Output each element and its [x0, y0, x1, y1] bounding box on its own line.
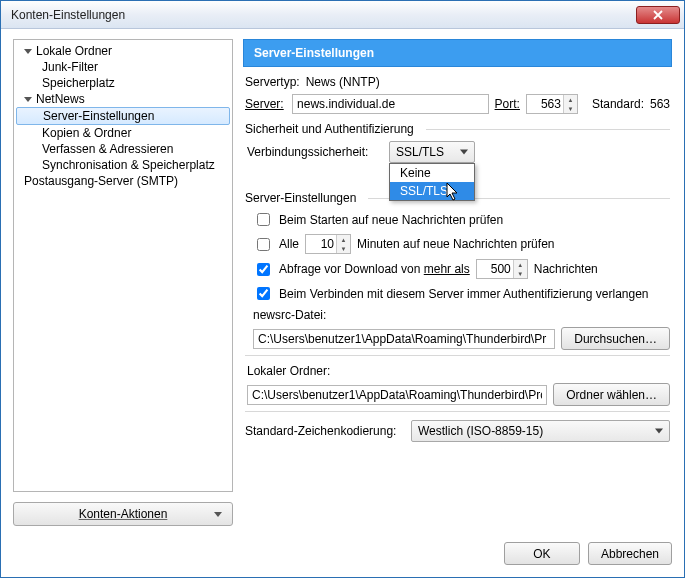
check-interval-checkbox[interactable]	[257, 238, 270, 251]
choose-folder-button[interactable]: Ordner wählen…	[553, 383, 670, 406]
cursor-icon	[446, 182, 460, 202]
account-settings-window: Konten-Einstellungen Lokale Ordner Junk-…	[0, 0, 685, 578]
port-spinner[interactable]: ▲▼	[563, 95, 577, 113]
encoding-combo[interactable]: Westlich (ISO-8859-15)	[411, 420, 670, 442]
tree-item-copies[interactable]: Kopien & Ordner	[14, 125, 232, 141]
account-actions-button[interactable]: Konten-Aktionen	[13, 502, 233, 526]
panel-body: Servertyp: News (NNTP) Server: Port: ▲▼ …	[243, 67, 672, 526]
content-area: Lokale Ordner Junk-Filter Speicherplatz …	[1, 29, 684, 534]
panel-title: Server-Einstellungen	[243, 39, 672, 67]
security-section-label: Sicherheit und Authentifizierung	[245, 122, 414, 136]
tree-item-outgoing[interactable]: Postausgang-Server (SMTP)	[14, 173, 232, 189]
close-button[interactable]	[636, 6, 680, 24]
connection-security-combo[interactable]: SSL/TLS	[389, 141, 475, 163]
query-before-download-checkbox[interactable]	[257, 263, 270, 276]
connection-security-label: Verbindungssicherheit:	[247, 145, 383, 159]
server-settings-section-label: Server-Einstellungen	[245, 191, 356, 205]
interval-spinner[interactable]: ▲▼	[336, 235, 350, 253]
encoding-label: Standard-Zeichenkodierung:	[245, 424, 405, 438]
tree-item-netnews[interactable]: NetNews	[14, 91, 232, 107]
divider	[426, 129, 670, 130]
tree-label: Server-Einstellungen	[43, 109, 154, 123]
window-title: Konten-Einstellungen	[11, 8, 636, 22]
alle-suffix-label: Minuten auf neue Nachrichten prüfen	[357, 237, 554, 251]
divider	[245, 411, 670, 412]
tree-item-junk[interactable]: Junk-Filter	[14, 59, 232, 75]
caret-down-icon	[24, 49, 32, 54]
tree-item-local-folders[interactable]: Lokale Ordner	[14, 43, 232, 59]
combo-value: SSL/TLS	[396, 145, 444, 159]
combo-value: Westlich (ISO-8859-15)	[418, 424, 543, 438]
check-on-start-checkbox[interactable]	[257, 213, 270, 226]
server-label: Server:	[245, 97, 286, 111]
port-label: Port:	[495, 97, 520, 111]
tree-item-sync[interactable]: Synchronisation & Speicherplatz	[14, 157, 232, 173]
tree-label: Speicherplatz	[42, 76, 115, 90]
tree-item-disk[interactable]: Speicherplatz	[14, 75, 232, 91]
cancel-button[interactable]: Abbrechen	[588, 542, 672, 565]
chevron-down-icon	[460, 150, 468, 155]
dropdown-option-ssltls[interactable]: SSL/TLS	[390, 182, 474, 200]
servertype-label: Servertyp:	[245, 75, 300, 89]
newsrc-path-input[interactable]	[253, 329, 555, 349]
account-tree[interactable]: Lokale Ordner Junk-Filter Speicherplatz …	[13, 39, 233, 492]
tree-item-compose[interactable]: Verfassen & Adressieren	[14, 141, 232, 157]
abfrage-prefix-label: Abfrage vor Download von mehr als	[279, 262, 470, 276]
tree-label: Postausgang-Server (SMTP)	[24, 174, 178, 188]
alle-label: Alle	[279, 237, 299, 251]
chevron-down-icon	[214, 512, 222, 517]
tree-label: Verfassen & Adressieren	[42, 142, 173, 156]
servertype-value: News (NNTP)	[306, 75, 380, 89]
sidebar: Lokale Ordner Junk-Filter Speicherplatz …	[13, 39, 233, 526]
tree-label: Junk-Filter	[42, 60, 98, 74]
browse-newsrc-button[interactable]: Durchsuchen…	[561, 327, 670, 350]
ok-button[interactable]: OK	[504, 542, 580, 565]
default-port-value: 563	[650, 97, 670, 111]
check-on-start-label: Beim Starten auf neue Nachrichten prüfen	[279, 213, 503, 227]
settings-panel: Server-Einstellungen Servertyp: News (NN…	[243, 39, 672, 526]
download-count-spinner[interactable]: ▲▼	[513, 260, 527, 278]
server-input[interactable]	[292, 94, 489, 114]
tree-label: Synchronisation & Speicherplatz	[42, 158, 215, 172]
dialog-footer: OK Abbrechen	[1, 534, 684, 577]
titlebar: Konten-Einstellungen	[1, 1, 684, 29]
tree-label: Lokale Ordner	[36, 44, 112, 58]
tree-label: NetNews	[36, 92, 85, 106]
caret-down-icon	[24, 97, 32, 102]
abfrage-suffix-label: Nachrichten	[534, 262, 598, 276]
local-folder-input[interactable]	[247, 385, 547, 405]
dropdown-option-keine[interactable]: Keine	[390, 164, 474, 182]
default-port-label: Standard:	[592, 97, 644, 111]
tree-label: Kopien & Ordner	[42, 126, 131, 140]
always-auth-label: Beim Verbinden mit diesem Server immer A…	[279, 287, 649, 301]
connection-security-dropdown: Keine SSL/TLS	[389, 163, 475, 201]
tree-item-server-settings[interactable]: Server-Einstellungen	[16, 107, 230, 125]
always-auth-checkbox[interactable]	[257, 287, 270, 300]
newsrc-label: newsrc-Datei:	[253, 308, 326, 322]
local-folder-label: Lokaler Ordner:	[247, 364, 330, 378]
divider	[245, 355, 670, 356]
close-icon	[653, 10, 663, 20]
chevron-down-icon	[655, 429, 663, 434]
account-actions-label: Konten-Aktionen	[79, 507, 168, 521]
